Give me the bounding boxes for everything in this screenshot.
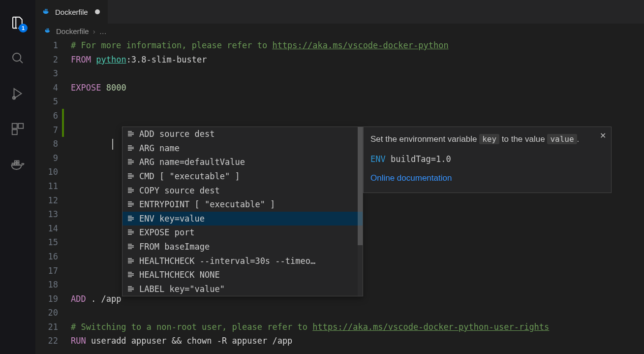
snippet-icon xyxy=(126,257,135,265)
run-debug-icon[interactable] xyxy=(6,76,30,111)
svg-rect-2 xyxy=(12,124,17,129)
activity-bar: 1 xyxy=(0,0,35,354)
suggest-item[interactable]: COPY source dest xyxy=(123,183,363,197)
snippet-icon xyxy=(126,129,135,138)
snippet-icon xyxy=(126,285,135,293)
snippet-icon xyxy=(126,144,135,153)
breadcrumb-rest: … xyxy=(99,27,107,35)
suggest-details-panel: ✕ Set the environment variable key to th… xyxy=(363,127,612,193)
snippet-icon xyxy=(126,158,135,166)
snippet-icon xyxy=(126,270,135,279)
search-icon[interactable] xyxy=(6,40,30,76)
suggest-item[interactable]: ARG name xyxy=(123,141,363,156)
snippet-icon xyxy=(126,172,135,181)
doc-example: ENV buildTag=1.0 xyxy=(370,153,604,165)
dirty-indicator-icon xyxy=(95,9,100,14)
breadcrumb-separator-icon: › xyxy=(93,27,95,35)
svg-rect-9 xyxy=(17,161,19,163)
extensions-icon[interactable] xyxy=(6,111,30,147)
suggest-scrollbar[interactable] xyxy=(358,127,363,296)
suggest-item-selected[interactable]: ENV key=value xyxy=(123,212,363,226)
explorer-badge: 1 xyxy=(19,24,28,32)
close-icon[interactable]: ✕ xyxy=(600,130,606,142)
svg-rect-8 xyxy=(15,161,17,163)
snippet-icon xyxy=(126,242,135,251)
doc-description: Set the environment variable key to the … xyxy=(370,133,604,146)
snippet-icon xyxy=(126,200,135,209)
docker-file-icon xyxy=(42,6,51,17)
tab-bar: Dockerfile xyxy=(35,0,644,24)
snippet-icon xyxy=(126,214,135,223)
snippet-icon xyxy=(126,228,135,237)
snippet-icon xyxy=(126,186,135,195)
explorer-icon[interactable]: 1 xyxy=(6,5,30,40)
scrollbar-thumb[interactable] xyxy=(358,127,363,245)
suggest-item[interactable]: ADD source dest xyxy=(123,127,363,141)
line-number-gutter: 1 2 3 4 5 6 7 8 9 10 11 12 13 14 15 16 1… xyxy=(35,38,71,354)
breadcrumb-file: Dockerfile xyxy=(56,27,89,35)
suggest-item[interactable]: EXPOSE port xyxy=(123,225,363,240)
suggest-item[interactable]: LABEL key="value" xyxy=(123,282,363,296)
suggest-item[interactable]: ARG name=defaultValue xyxy=(123,155,363,169)
suggest-item[interactable]: HEALTHCHECK NONE xyxy=(123,268,363,282)
svg-point-0 xyxy=(13,53,21,61)
modified-gutter-indicator xyxy=(62,109,64,137)
tab-title: Dockerfile xyxy=(55,8,88,16)
docker-extension-icon[interactable] xyxy=(6,147,30,182)
breadcrumb[interactable]: Dockerfile › … xyxy=(35,24,644,38)
editor-group: Dockerfile Dockerfile › … 1 2 3 4 5 6 7 … xyxy=(35,0,644,354)
suggest-item[interactable]: CMD [ "executable" ] xyxy=(123,169,363,184)
tab-dockerfile[interactable]: Dockerfile xyxy=(35,0,108,24)
svg-rect-4 xyxy=(12,129,17,134)
suggest-item[interactable]: ENTRYPOINT [ "executable" ] xyxy=(123,197,363,212)
docker-file-icon xyxy=(44,26,52,36)
intellisense-suggest-widget[interactable]: ADD source dest ARG name ARG name=defaul… xyxy=(122,127,363,296)
svg-rect-3 xyxy=(18,124,23,129)
suggest-item[interactable]: HEALTHCHECK --interval=30s --timeo… xyxy=(123,254,363,268)
suggest-item[interactable]: FROM baseImage xyxy=(123,240,363,254)
online-documentation-link[interactable]: Online documentation xyxy=(370,172,452,185)
